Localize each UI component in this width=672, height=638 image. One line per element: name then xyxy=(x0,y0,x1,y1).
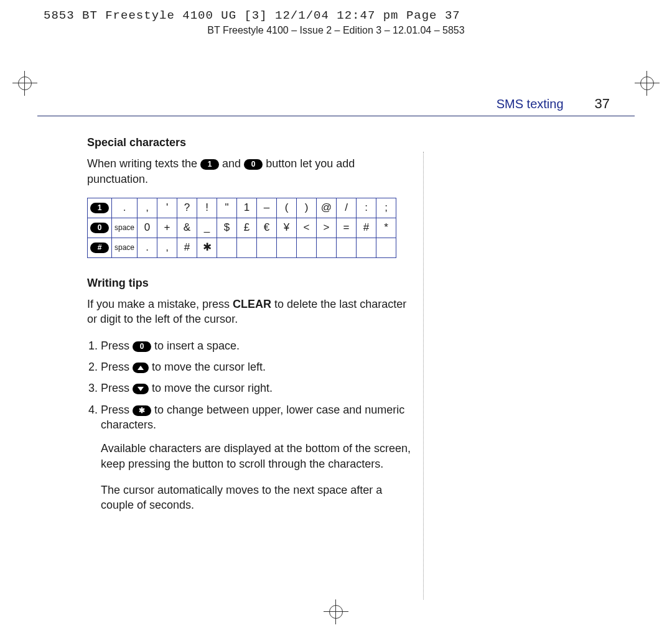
crop-mark-right xyxy=(635,71,660,96)
special-characters-table: 1 . , ' ? ! " 1 – ( ) @ / : ; 0 space 0 … xyxy=(87,198,396,258)
row-key: 1 xyxy=(88,198,112,218)
page-header: SMS texting 37 xyxy=(37,46,635,116)
tips-intro: If you make a mistake, press CLEAR to de… xyxy=(87,297,411,327)
available-chars-para: Available characters are displayed at th… xyxy=(101,441,411,471)
heading-writing-tips: Writing tips xyxy=(87,275,411,290)
page-number: 37 xyxy=(595,96,610,112)
cell: , xyxy=(138,198,157,218)
row-key: 0 xyxy=(88,218,112,238)
cell: . xyxy=(138,238,157,257)
key-0-icon: 0 xyxy=(90,223,109,233)
cell: ¥ xyxy=(277,218,297,238)
cell xyxy=(376,238,396,257)
cell: ) xyxy=(297,198,317,218)
list-item: Press to move the cursor right. xyxy=(101,381,411,395)
cell: space xyxy=(112,238,138,257)
text: Press xyxy=(101,361,133,373)
cell xyxy=(357,238,376,257)
cell: = xyxy=(337,218,357,238)
cell: 0 xyxy=(138,218,157,238)
key-0-icon: 0 xyxy=(133,341,151,352)
cell: # xyxy=(177,238,197,257)
list-item: Press to move the cursor left. xyxy=(101,359,411,374)
text: When writing texts the xyxy=(87,157,200,170)
cell: ; xyxy=(376,198,396,218)
cell: . xyxy=(112,198,138,218)
cell: @ xyxy=(317,198,337,218)
cell: ' xyxy=(157,198,177,218)
print-job-header: 5853 BT Freestyle 4100 UG [3] 12/1/04 12… xyxy=(0,0,672,25)
list-item: Press ✱ to change between upper, lower c… xyxy=(101,402,411,513)
key-0-icon: 0 xyxy=(244,159,263,170)
cell: $ xyxy=(217,218,237,238)
cell: , xyxy=(157,238,177,257)
heading-special-characters: Special characters xyxy=(87,135,411,150)
cell xyxy=(237,238,257,257)
table-row: 0 space 0 + & _ $ £ € ¥ < > = # * xyxy=(88,218,396,238)
cursor-auto-para: The cursor automatically moves to the ne… xyxy=(101,483,411,513)
tips-list: Press 0 to insert a space. Press to move… xyxy=(87,338,411,513)
document-footer-line: BT Freestyle 4100 – Issue 2 – Edition 3 … xyxy=(0,25,672,40)
clear-key-label: CLEAR xyxy=(233,298,271,310)
cell: £ xyxy=(237,218,257,238)
cell: – xyxy=(257,198,277,218)
left-column: Special characters When writing texts th… xyxy=(87,135,411,512)
text: If you make a mistake, press xyxy=(87,298,233,310)
text: to move the cursor left. xyxy=(152,361,266,373)
text: Press xyxy=(101,340,133,352)
cell: ! xyxy=(197,198,217,218)
cell: " xyxy=(217,198,237,218)
cell: 1 xyxy=(237,198,257,218)
cell xyxy=(297,238,317,257)
cell: / xyxy=(337,198,357,218)
cell: ✱ xyxy=(197,238,217,257)
table-row: # space . , # ✱ xyxy=(88,238,396,257)
cell: * xyxy=(376,218,396,238)
cell: # xyxy=(357,218,376,238)
page-body: SMS texting 37 Special characters When w… xyxy=(37,40,635,606)
cell: : xyxy=(357,198,376,218)
text: Press xyxy=(101,382,133,394)
cell xyxy=(257,238,277,257)
cell xyxy=(277,238,297,257)
column-divider xyxy=(423,152,424,599)
crop-mark-left xyxy=(12,71,37,96)
text: to move the cursor right. xyxy=(152,382,273,394)
cell: ? xyxy=(177,198,197,218)
cell: & xyxy=(177,218,197,238)
key-1-icon: 1 xyxy=(200,159,219,170)
cell xyxy=(317,238,337,257)
table-row: 1 . , ' ? ! " 1 – ( ) @ / : ; xyxy=(88,198,396,218)
cell xyxy=(217,238,237,257)
list-item: Press 0 to insert a space. xyxy=(101,338,411,353)
intro-paragraph: When writing texts the 1 and 0 button le… xyxy=(87,156,411,187)
text: and xyxy=(222,157,244,170)
up-arrow-icon xyxy=(133,363,149,373)
cell xyxy=(337,238,357,257)
text: Press xyxy=(101,404,133,416)
cell: < xyxy=(297,218,317,238)
row-key: # xyxy=(88,238,112,257)
crop-mark-bottom xyxy=(324,599,348,624)
text: to insert a space. xyxy=(154,340,240,352)
key-1-icon: 1 xyxy=(90,203,109,213)
cell: + xyxy=(157,218,177,238)
cell: _ xyxy=(197,218,217,238)
key-hash-icon: # xyxy=(90,243,109,253)
cell: space xyxy=(112,218,138,238)
cell: > xyxy=(317,218,337,238)
key-star-icon: ✱ xyxy=(133,405,151,416)
section-title: SMS texting xyxy=(497,97,564,111)
cell: € xyxy=(257,218,277,238)
down-arrow-icon xyxy=(133,384,149,394)
cell: ( xyxy=(277,198,297,218)
